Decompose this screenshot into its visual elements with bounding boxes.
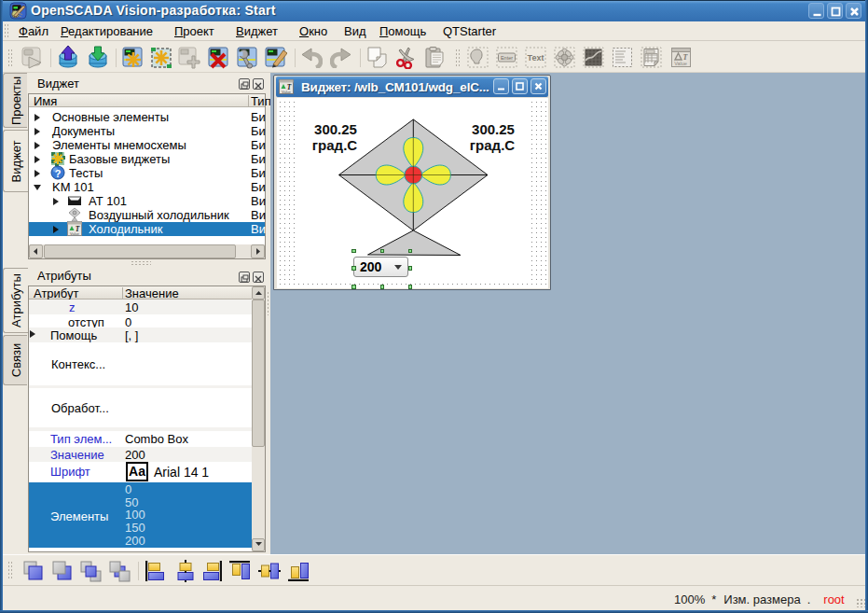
svg-text:Enter: Enter: [501, 55, 513, 61]
svg-text:Value: Value: [70, 231, 80, 236]
svg-text:300.25: 300.25: [314, 121, 357, 137]
svg-text:300.25: 300.25: [472, 121, 515, 137]
svg-text:?: ?: [55, 168, 62, 179]
svg-text:град.С: град.С: [470, 137, 515, 153]
svg-text:град.С: град.С: [312, 137, 357, 153]
svg-text:Value: Value: [674, 61, 687, 66]
svg-text:Text: Text: [528, 53, 544, 63]
svg-text:Value: Value: [282, 90, 292, 94]
